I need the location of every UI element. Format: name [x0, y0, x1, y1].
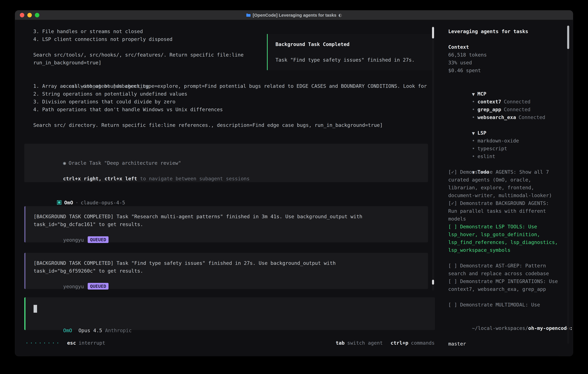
context-used: 33% used — [448, 59, 573, 67]
esc-key-label: interrupt — [79, 340, 105, 346]
version-info: •OpenCode1.0.163 — [448, 355, 573, 356]
close-window-button[interactable] — [20, 13, 24, 17]
tab-key-hint: tab — [336, 340, 345, 346]
folder-icon — [246, 13, 251, 17]
bullet-icon: • — [472, 99, 475, 104]
oracle-hint-line: ctrl+x right, ctrl+x left to navigate be… — [33, 167, 428, 175]
oracle-task-icon: ◉ — [63, 160, 66, 166]
status-bar-left: ········ esc interrupt — [25, 340, 105, 346]
zoom-window-button[interactable] — [35, 13, 39, 17]
scrollbar-thumb[interactable] — [432, 280, 434, 285]
notification-body: Task "Find type safety issues" finished … — [275, 56, 425, 64]
workspace-branch: master — [448, 340, 573, 348]
status-bar: ········ esc interrupt tab switch agent … — [24, 339, 442, 347]
bullet-icon: • — [472, 146, 475, 151]
task-author: yeongyu — [63, 284, 84, 289]
chevron-down-icon: ▼ — [472, 131, 475, 135]
traffic-lights — [15, 13, 39, 17]
input-agent-name: OmO — [63, 328, 72, 333]
hint-keybindings: ctrl+x right, ctrl+x left — [63, 176, 137, 181]
todo-item: [ ] Demonstrate MCP INTEGRATIONS: Use co… — [448, 277, 560, 293]
scrollbar-thumb[interactable] — [567, 26, 569, 49]
tool-call-line: ⚙call_omo_agent [subagent_type=explore, … — [33, 74, 442, 82]
context-tokens: 66,518 tokens — [448, 51, 573, 59]
background-task-notification[interactable]: Background Task Completed Task "Find typ… — [267, 34, 434, 70]
input-model-name: Opus 4.5 — [78, 328, 102, 333]
task-message-line: [BACKGROUND TASK COMPLETED] Task "Find t… — [33, 259, 422, 267]
todo-item: [✓] Demonstrate BACKGROUND AGENTS: Run p… — [448, 199, 560, 223]
task-message-line: task_id="bg_dcfac161" to get results. — [33, 220, 422, 228]
ctrlp-key-hint: ctrl+p — [390, 340, 408, 346]
window-title: [OpenCode] Leveraging agents for tasks ◐ — [15, 13, 573, 18]
queued-badge: QUEUED — [88, 236, 108, 243]
task-author: yeongyu — [63, 237, 84, 243]
tool-call-item: 4. Path operations that don't handle Win… — [33, 105, 442, 113]
status-bar-right: tab switch agent ctrl+p commands — [336, 340, 435, 346]
input-provider-name: Anthropic — [105, 328, 132, 333]
oracle-task-panel[interactable]: ◉Oracle Task "Deep architecture review" … — [24, 144, 428, 182]
task-message-line: task_id="bg_6f59260c" to get results. — [33, 267, 422, 275]
terminal-main-pane[interactable]: 3. File handles or streams not closed 4.… — [15, 20, 442, 356]
hint-description: to navigate between subagent sessions — [137, 176, 250, 181]
bullet-icon: • — [472, 114, 475, 120]
tool-call-item: 2. String operations on potentially unde… — [33, 90, 442, 98]
agent-name: OmO — [64, 200, 73, 206]
main-scrollbar[interactable] — [432, 26, 434, 291]
sidebar-scrollbar[interactable] — [567, 26, 569, 344]
text-cursor — [33, 305, 37, 313]
tool-call-item: 3. Division operations that could divide… — [33, 98, 442, 105]
bullet-icon: • — [472, 107, 475, 112]
agent-icon — [57, 200, 61, 205]
background-task-message: [BACKGROUND TASK COMPLETED] Task "Resear… — [24, 206, 428, 242]
bullet-icon: • — [472, 138, 475, 144]
todo-item: [ ] Demonstrate AST-GREP: Pattern search… — [448, 262, 560, 277]
todo-item: [ ] Demonstrate MULTIMODAL: Use — [448, 301, 560, 309]
mcp-section-heading[interactable]: ▼MCP — [448, 82, 573, 90]
agent-header: OmO·claude-opus-4-5 — [33, 191, 442, 199]
prompt-input[interactable]: OmOOpus 4.5Anthropic — [24, 297, 435, 330]
workspace-path: ~/local-workspaces/oh-my-opencode: — [448, 316, 560, 340]
tool-call-footer: Search src/ directory. Return specific f… — [33, 121, 442, 129]
scrollbar-thumb[interactable] — [432, 27, 434, 39]
bullet-icon: • — [472, 154, 475, 159]
spinner-dots-icon: ········ — [25, 340, 61, 346]
oracle-task-title: Oracle Task "Deep architecture review" — [69, 160, 181, 166]
queued-badge: QUEUED — [88, 283, 108, 290]
task-message-meta: yeongyuQUEUED — [33, 275, 422, 283]
esc-key-hint: esc — [67, 340, 76, 346]
minimize-window-button[interactable] — [27, 13, 32, 17]
separator-dot: · — [75, 200, 78, 206]
session-title: Leveraging agents for tasks — [448, 28, 573, 35]
window-titlebar[interactable]: [OpenCode] Leveraging agents for tasks ◐ — [15, 10, 573, 20]
task-message-meta: yeongyuQUEUED — [33, 228, 422, 236]
blank-line — [275, 48, 425, 56]
model-indicator: OmOOpus 4.5Anthropic — [33, 319, 426, 327]
todo-section-heading[interactable]: ▼Todo — [448, 160, 573, 168]
blank-line — [33, 113, 442, 121]
context-spent: $0.46 spent — [448, 67, 573, 74]
chevron-down-icon: ▼ — [472, 92, 475, 96]
notification-title: Background Task Completed — [275, 40, 425, 48]
session-sidebar[interactable]: Leveraging agents for tasks Context 66,5… — [442, 20, 573, 356]
lsp-section-heading[interactable]: ▼LSP — [448, 121, 573, 129]
ctrlp-key-label: commands — [411, 340, 435, 346]
window-title-text: [OpenCode] Leveraging agents for tasks — [253, 13, 336, 18]
oracle-task-title-line: ◉Oracle Task "Deep architecture review" — [33, 151, 428, 159]
tab-key-label: switch agent — [347, 340, 383, 346]
context-heading: Context — [448, 43, 573, 51]
session-timer-icon: ◐ — [338, 13, 342, 18]
terminal-window: [OpenCode] Leveraging agents for tasks ◐… — [15, 10, 573, 356]
agent-model: claude-opus-4-5 — [81, 200, 125, 206]
todo-item: [✓] Demonstrate AGENTS: Show all 7 curat… — [448, 168, 560, 199]
background-task-message: [BACKGROUND TASK COMPLETED] Task "Find t… — [24, 253, 428, 289]
task-message-line: [BACKGROUND TASK COMPLETED] Task "Resear… — [33, 213, 422, 220]
app-content: 3. File handles or streams not closed 4.… — [15, 20, 573, 356]
todo-item: [ ] Demonstrate LSP TOOLS: Use lsp_hover… — [448, 223, 560, 254]
